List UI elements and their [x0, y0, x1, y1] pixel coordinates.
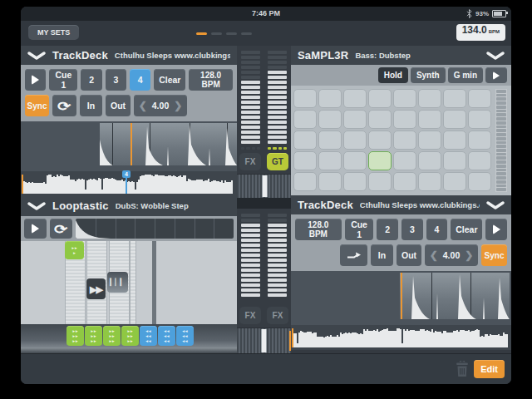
sampler-pad[interactable]: [318, 131, 342, 150]
loop-clip-blue[interactable]: ◂ ◂◂ ◂◂ ◂: [140, 326, 157, 346]
sampler-pad[interactable]: [368, 131, 392, 150]
looper-position-strip[interactable]: [76, 219, 234, 239]
crossfader-handle[interactable]: [262, 175, 268, 197]
sampler-pad[interactable]: [418, 172, 441, 191]
my-sets-button[interactable]: MY SETS: [28, 25, 79, 40]
sampler-pad[interactable]: [293, 172, 317, 191]
loop-clip-green[interactable]: ▸ ▸▸: [65, 241, 84, 259]
loop-in-button[interactable]: In: [371, 244, 393, 266]
loop-in-button[interactable]: In: [80, 95, 102, 116]
deck-b-overview-waveform[interactable]: [291, 325, 511, 350]
edit-button[interactable]: Edit: [474, 360, 505, 378]
loop-out-button[interactable]: Out: [106, 95, 131, 116]
sampler-pad[interactable]: [418, 131, 441, 150]
fx-b-button[interactable]: FX: [239, 307, 261, 324]
sample-clip[interactable]: ▎▏▎: [107, 272, 128, 293]
sampler-pad[interactable]: [343, 110, 367, 129]
sampler-pad[interactable]: [368, 172, 392, 191]
synth-mode-button[interactable]: Synth: [411, 67, 446, 83]
loop-button[interactable]: ⟳: [52, 95, 76, 116]
sampler-pad[interactable]: [468, 131, 491, 150]
sampler-pad[interactable]: [468, 151, 491, 170]
sampler-pad[interactable]: [418, 151, 441, 170]
deck-bpm-button[interactable]: 128.0 BPM: [295, 219, 342, 240]
looper-lane[interactable]: [130, 241, 136, 324]
sampler-pad[interactable]: [443, 89, 466, 108]
looper-loop-button[interactable]: ⟳: [50, 219, 72, 239]
loop-out-button[interactable]: Out: [397, 244, 421, 266]
page-indicator[interactable]: [196, 32, 252, 35]
increase-arrow-icon[interactable]: ❯: [465, 249, 473, 261]
sampler-pad[interactable]: [393, 131, 416, 150]
sampler-pad[interactable]: [343, 89, 367, 108]
sync-button[interactable]: Sync: [25, 95, 49, 116]
sampler-pad[interactable]: [368, 110, 392, 129]
deck-b-waveform[interactable]: [291, 271, 511, 325]
sampler-pad[interactable]: [393, 89, 416, 108]
loop-clip-green[interactable]: ▸ ▸▸ ▸▸ ▸: [85, 326, 102, 346]
trash-button[interactable]: [455, 361, 470, 377]
increase-arrow-icon[interactable]: ❯: [174, 100, 182, 111]
fast-forward-clip[interactable]: ▶▶: [86, 278, 106, 299]
cue-4-button[interactable]: 4: [130, 69, 150, 91]
collapse-chevron-icon[interactable]: [486, 200, 505, 210]
slip-button[interactable]: [340, 244, 367, 266]
sampler-pad[interactable]: [293, 89, 317, 108]
sampler-pad[interactable]: [343, 151, 367, 170]
sampler-pad[interactable]: [393, 110, 416, 129]
cue-1-button[interactable]: Cue 1: [49, 69, 77, 91]
crossfader-handle[interactable]: [261, 329, 267, 352]
gate-button[interactable]: GT: [267, 153, 288, 170]
cue-3-button[interactable]: 3: [106, 69, 126, 91]
key-mode-button[interactable]: G min: [448, 67, 483, 83]
sampler-pad[interactable]: [468, 110, 491, 129]
decrease-arrow-icon[interactable]: ❮: [139, 100, 147, 111]
cue-clear-button[interactable]: Clear: [451, 219, 482, 240]
sampler-pad[interactable]: [318, 172, 342, 191]
sampler-pad[interactable]: [318, 151, 342, 170]
sampler-pad[interactable]: [468, 89, 491, 108]
fx-a-button[interactable]: FX: [239, 153, 261, 170]
loop-clip-blue[interactable]: ◂ ◂◂ ◂◂ ◂: [176, 326, 194, 346]
sampler-pad[interactable]: [368, 89, 392, 108]
collapse-chevron-icon[interactable]: [27, 51, 46, 61]
sampler-play-button[interactable]: [485, 67, 507, 83]
deck-a-waveform[interactable]: [21, 121, 237, 171]
fx-c-button[interactable]: FX: [267, 307, 288, 324]
deck-a-overview-waveform[interactable]: 4: [21, 171, 237, 195]
loop-clip-green[interactable]: ▸ ▸▸ ▸▸ ▸: [103, 326, 121, 346]
loop-length-stepper[interactable]: ❮ 4.00 ❯: [425, 244, 478, 266]
deck-bpm-button[interactable]: 128.0 BPM: [189, 69, 233, 91]
loop-length-stepper[interactable]: ❮ 4.00 ❯: [134, 95, 187, 116]
cue-1-button[interactable]: Cue 1: [345, 219, 374, 240]
crossfader-bottom[interactable]: [237, 328, 291, 353]
sampler-pad[interactable]: [443, 110, 466, 129]
sampler-pad[interactable]: [418, 110, 441, 129]
crossfader-top[interactable]: [237, 174, 291, 198]
hold-mode-button[interactable]: Hold: [378, 67, 408, 83]
cue-3-button[interactable]: 3: [401, 219, 423, 240]
sampler-pad[interactable]: [393, 151, 416, 170]
sampler-pad[interactable]: [318, 110, 342, 129]
sampler-pad[interactable]: [443, 151, 466, 170]
collapse-chevron-icon[interactable]: [486, 51, 505, 61]
sampler-pad[interactable]: [393, 172, 416, 191]
sampler-pad[interactable]: [343, 131, 367, 150]
loop-clip-blue[interactable]: ◂ ◂◂ ◂◂ ◂: [158, 326, 175, 346]
sampler-pad[interactable]: [443, 172, 466, 191]
sampler-pad[interactable]: [468, 172, 491, 191]
collapse-chevron-icon[interactable]: [27, 201, 46, 211]
loop-clip-green[interactable]: ▸ ▸▸ ▸▸ ▸: [66, 326, 84, 346]
looper-play-button[interactable]: [24, 219, 47, 239]
sampler-pad[interactable]: [343, 172, 367, 191]
looper-track-area[interactable]: ▸ ▸▸ ▶▶ ▎▏▎: [21, 241, 237, 324]
sampler-pad[interactable]: [293, 151, 317, 170]
sampler-pad[interactable]: [443, 131, 466, 150]
sampler-pad[interactable]: [293, 110, 317, 129]
sampler-pad[interactable]: [418, 89, 441, 108]
cue-clear-button[interactable]: Clear: [154, 69, 185, 91]
play-button[interactable]: [25, 69, 46, 91]
sampler-pad[interactable]: [318, 89, 342, 108]
play-button[interactable]: [485, 219, 507, 240]
decrease-arrow-icon[interactable]: ❮: [430, 249, 438, 261]
